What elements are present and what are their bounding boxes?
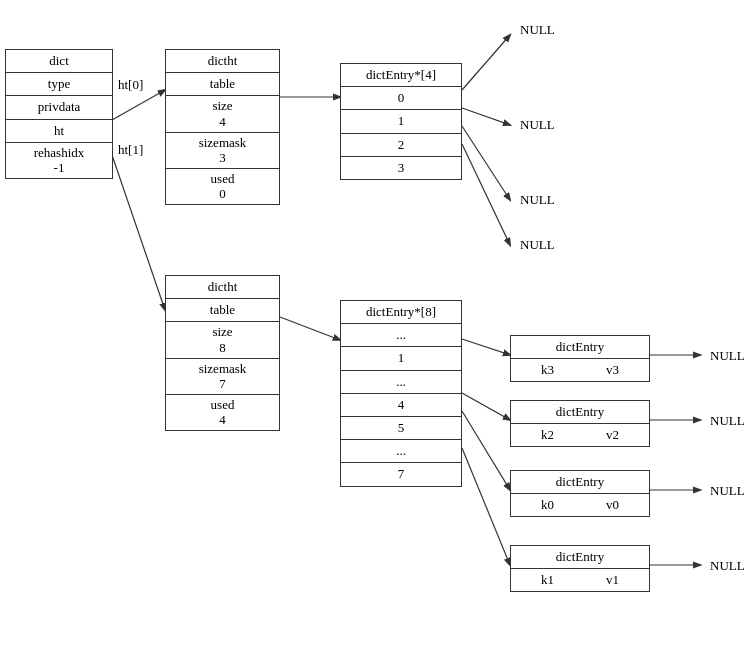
k0-label: k0	[541, 496, 554, 514]
v2-label: v2	[606, 426, 619, 444]
dict-label: dict	[6, 50, 112, 73]
svg-line-3	[280, 317, 340, 340]
null-label-3: NULL	[520, 237, 555, 253]
dict-entry-k0v0-label: dictEntry	[511, 471, 649, 494]
svg-line-1	[112, 155, 165, 310]
dictht-top-sizemask: sizemask3	[166, 133, 279, 169]
dict-entry-k3v3: dictEntry k3 v3	[510, 335, 650, 382]
dict-entry-k3v3-label: dictEntry	[511, 336, 649, 359]
k3-label: k3	[541, 361, 554, 379]
entry-array-bottom-dots1: ...	[341, 324, 461, 347]
dict-privdata: privdata	[6, 96, 112, 119]
entry-array-top-0: 0	[341, 87, 461, 110]
dictht-top-table: table	[166, 73, 279, 96]
dictht-bottom-label: dictht	[166, 276, 279, 299]
dictht-bottom-used: used4	[166, 395, 279, 430]
dictht-bottom-sizemask: sizemask7	[166, 359, 279, 395]
svg-line-14	[462, 448, 510, 565]
dictht-top-label: dictht	[166, 50, 279, 73]
svg-line-7	[462, 144, 510, 245]
svg-line-4	[462, 35, 510, 90]
entry-array-bottom-4: 4	[341, 394, 461, 417]
null-label-k1: NULL	[710, 558, 745, 574]
entry-array-top-3: 3	[341, 157, 461, 179]
null-label-k3: NULL	[710, 348, 745, 364]
dictht-bottom-table: table	[166, 299, 279, 322]
dict-entry-k2v2-kv: k2 v2	[511, 424, 649, 446]
ht0-label: ht[0]	[118, 77, 143, 93]
entry-array-top: dictEntry*[4] 0 1 2 3	[340, 63, 462, 180]
dict-rehashidx: rehashidx-1	[6, 143, 112, 178]
entry-array-bottom-1: 1	[341, 347, 461, 370]
ht1-label: ht[1]	[118, 142, 143, 158]
entry-array-bottom-dots2: ...	[341, 371, 461, 394]
dict-ht: ht	[6, 120, 112, 143]
null-label-1: NULL	[520, 117, 555, 133]
dict-type: type	[6, 73, 112, 96]
svg-line-8	[462, 339, 510, 355]
null-label-0: NULL	[520, 22, 555, 38]
dict-entry-k1v1-label: dictEntry	[511, 546, 649, 569]
null-label-k0: NULL	[710, 483, 745, 499]
dict-entry-k2v2-label: dictEntry	[511, 401, 649, 424]
null-label-k2: NULL	[710, 413, 745, 429]
null-label-2: NULL	[520, 192, 555, 208]
svg-line-0	[112, 90, 165, 120]
entry-array-top-label: dictEntry*[4]	[341, 64, 461, 87]
entry-array-bottom-7: 7	[341, 463, 461, 485]
entry-array-bottom-label: dictEntry*[8]	[341, 301, 461, 324]
dict-box: dict type privdata ht rehashidx-1	[5, 49, 113, 179]
entry-array-bottom-dots3: ...	[341, 440, 461, 463]
svg-line-6	[462, 126, 510, 200]
dict-entry-k3v3-kv: k3 v3	[511, 359, 649, 381]
dictht-top: dictht table size4 sizemask3 used0	[165, 49, 280, 205]
dictht-top-size: size4	[166, 96, 279, 132]
svg-line-10	[462, 393, 510, 420]
dictht-bottom-size: size8	[166, 322, 279, 358]
svg-line-5	[462, 108, 510, 125]
dict-entry-k0v0: dictEntry k0 v0	[510, 470, 650, 517]
v1-label: v1	[606, 571, 619, 589]
dictht-top-used: used0	[166, 169, 279, 204]
entry-array-top-1: 1	[341, 110, 461, 133]
k1-label: k1	[541, 571, 554, 589]
entry-array-bottom-5: 5	[341, 417, 461, 440]
v3-label: v3	[606, 361, 619, 379]
dictht-bottom: dictht table size8 sizemask7 used4	[165, 275, 280, 431]
entry-array-top-2: 2	[341, 134, 461, 157]
k2-label: k2	[541, 426, 554, 444]
dict-entry-k0v0-kv: k0 v0	[511, 494, 649, 516]
dict-entry-k1v1: dictEntry k1 v1	[510, 545, 650, 592]
svg-line-12	[462, 411, 510, 490]
dict-entry-k1v1-kv: k1 v1	[511, 569, 649, 591]
v0-label: v0	[606, 496, 619, 514]
dict-entry-k2v2: dictEntry k2 v2	[510, 400, 650, 447]
entry-array-bottom: dictEntry*[8] ... 1 ... 4 5 ... 7	[340, 300, 462, 487]
diagram: dict type privdata ht rehashidx-1 ht[0] …	[0, 0, 750, 655]
